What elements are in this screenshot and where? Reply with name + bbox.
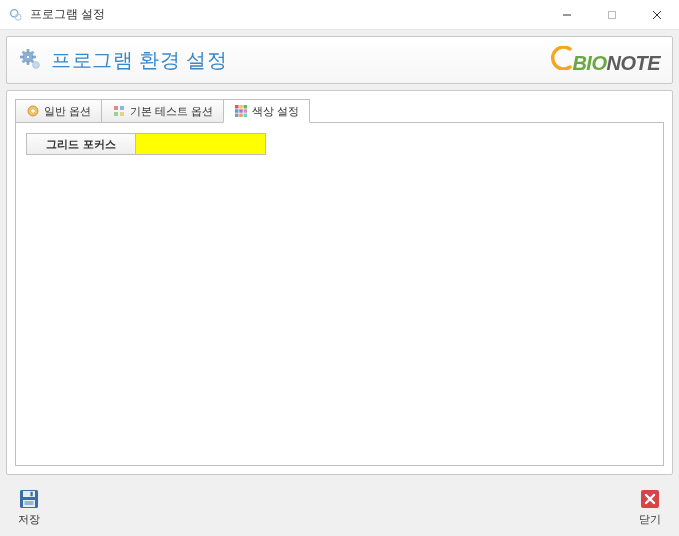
minimize-button[interactable]	[544, 0, 589, 30]
page-title: 프로그램 환경 설정	[51, 47, 227, 74]
svg-rect-29	[244, 109, 248, 113]
options-icon	[26, 104, 40, 118]
svg-point-0	[11, 9, 18, 16]
tab-basic-test[interactable]: 기본 테스트 옵션	[101, 99, 224, 123]
svg-rect-3	[608, 11, 615, 18]
logo-note-text: NOTE	[606, 52, 660, 75]
save-button[interactable]: 저장	[6, 483, 52, 530]
svg-rect-23	[120, 112, 124, 116]
svg-rect-28	[239, 109, 243, 113]
logo-c-icon	[548, 46, 576, 70]
tab-label: 일반 옵션	[44, 104, 91, 119]
svg-point-17	[35, 64, 37, 66]
tab-label: 기본 테스트 옵션	[130, 104, 213, 119]
bionote-logo: BIO NOTE	[548, 46, 660, 75]
svg-rect-30	[235, 114, 239, 118]
svg-rect-21	[120, 106, 124, 110]
svg-rect-35	[31, 492, 33, 496]
svg-point-19	[31, 109, 35, 113]
svg-rect-27	[235, 109, 239, 113]
svg-rect-10	[33, 56, 36, 58]
svg-rect-36	[23, 500, 35, 507]
titlebar: 프로그램 설정	[0, 0, 679, 30]
close-button[interactable]: 닫기	[627, 483, 673, 530]
logo-bio-text: BIO	[572, 52, 606, 75]
save-label: 저장	[18, 512, 40, 527]
test-icon	[112, 104, 126, 118]
window-close-button[interactable]	[634, 0, 679, 30]
grid-focus-color-swatch[interactable]	[136, 133, 266, 155]
tab-content: 그리드 포커스	[15, 122, 664, 466]
content-panel: 일반 옵션 기본 테스트 옵션	[6, 90, 673, 475]
svg-rect-34	[23, 491, 35, 497]
app-icon	[8, 7, 24, 23]
svg-rect-26	[244, 105, 248, 109]
tab-general[interactable]: 일반 옵션	[15, 99, 102, 123]
window-controls	[544, 0, 679, 30]
save-icon	[18, 488, 40, 510]
gears-icon	[19, 48, 43, 72]
header-panel: 프로그램 환경 설정 BIO NOTE	[6, 36, 673, 84]
svg-rect-32	[244, 114, 248, 118]
svg-rect-24	[235, 105, 239, 109]
close-label: 닫기	[639, 512, 661, 527]
window-title: 프로그램 설정	[30, 6, 105, 23]
tab-color[interactable]: 색상 설정	[223, 99, 310, 123]
svg-point-1	[15, 14, 21, 20]
maximize-button	[589, 0, 634, 30]
tab-bar: 일반 옵션 기본 테스트 옵션	[15, 99, 664, 123]
svg-rect-25	[239, 105, 243, 109]
grid-focus-label: 그리드 포커스	[26, 133, 136, 155]
svg-rect-7	[27, 50, 29, 53]
svg-rect-31	[239, 114, 243, 118]
svg-rect-20	[114, 106, 118, 110]
grid-focus-row: 그리드 포커스	[26, 133, 653, 155]
close-icon	[639, 488, 661, 510]
svg-point-15	[26, 55, 29, 58]
footer-bar: 저장 닫기	[6, 475, 673, 530]
main-container: 프로그램 환경 설정 BIO NOTE 일반 옵션	[0, 30, 679, 536]
svg-rect-9	[21, 56, 24, 58]
svg-rect-22	[114, 112, 118, 116]
color-grid-icon	[234, 104, 248, 118]
tab-label: 색상 설정	[252, 104, 299, 119]
svg-rect-8	[27, 62, 29, 65]
